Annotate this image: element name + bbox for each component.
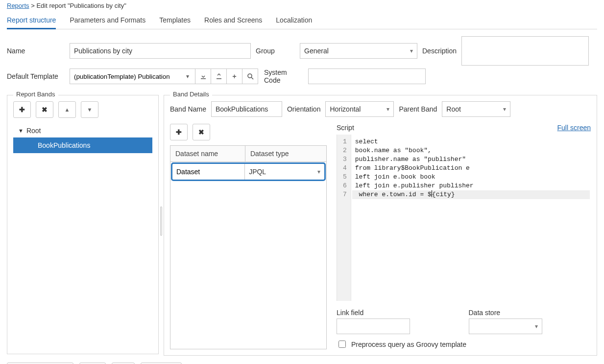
upload-icon (216, 73, 222, 80)
tab-report-structure[interactable]: Report structure (7, 12, 56, 29)
dataset-type-value: JPQL (249, 168, 266, 176)
splitter[interactable] (159, 86, 164, 356)
band-name-input[interactable] (211, 101, 282, 117)
chevron-down-icon: ▾ (503, 106, 506, 113)
data-store-select[interactable]: ▾ (469, 318, 542, 334)
preprocess-label: Preprocess query as Groovy template (351, 341, 466, 348)
chevron-down-icon: ▾ (317, 168, 320, 175)
template-dropdown-button[interactable]: ▾ (180, 68, 195, 84)
dataset-type-select[interactable]: JPQL ▾ (245, 164, 324, 180)
system-code-label: System Code (264, 68, 303, 84)
caret-down-icon: ▼ (18, 128, 24, 134)
plus-icon: ✚ (19, 106, 25, 114)
orientation-value: Horizontal (330, 105, 361, 113)
group-select[interactable]: General ▾ (300, 43, 417, 59)
plus-icon: ＋ (231, 72, 238, 81)
template-download-button[interactable] (195, 68, 211, 84)
bands-tree: ▼ Root BookPublications (13, 124, 152, 153)
add-band-button[interactable]: ✚ (13, 101, 31, 118)
band-root-label: Root (26, 127, 41, 135)
group-label: Group (256, 47, 295, 55)
default-template-input[interactable] (70, 68, 180, 84)
dataset-row[interactable]: JPQL ▾ (172, 164, 324, 180)
fullscreen-link[interactable]: Full screen (557, 124, 591, 132)
orientation-select[interactable]: Horizontal ▾ (325, 101, 394, 117)
parent-band-value: Root (446, 105, 461, 113)
band-bookpublications-label: BookPublications (38, 141, 90, 149)
script-label: Script (337, 124, 354, 132)
dataset-name-input[interactable] (172, 164, 244, 180)
link-field-label: Link field (337, 309, 459, 317)
tab-parameters-formats[interactable]: Parameters and Formats (70, 12, 145, 29)
plus-icon: ✚ (176, 128, 182, 136)
move-band-up-button[interactable]: ▲ (58, 101, 76, 118)
tabs: Report structure Parameters and Formats … (7, 12, 597, 29)
band-details-panel: Band Details Band Name Orientation Horiz… (164, 95, 597, 356)
name-label: Name (7, 47, 65, 55)
band-name-label: Band Name (170, 105, 206, 113)
code-content: select book.name as "book", publisher.na… (351, 135, 591, 301)
script-editor[interactable]: 1234567 select book.name as "book", publ… (337, 135, 591, 301)
group-select-value: General (304, 47, 329, 55)
report-bands-panel: Report Bands ✚ ✖ ▲ ▼ ▼ Root BookPublicat… (7, 95, 159, 354)
dataset-col-name[interactable]: Dataset name (170, 146, 245, 161)
orientation-label: Orientation (287, 105, 320, 113)
band-bookpublications[interactable]: BookPublications (13, 137, 152, 153)
template-upload-button[interactable] (211, 68, 227, 84)
breadcrumb: Reports > Edit report "Publications by c… (7, 0, 597, 11)
default-template-picker: ▾ ＋ (70, 68, 258, 84)
data-store-label: Data store (469, 309, 591, 317)
dataset-table: Dataset name Dataset type JPQL ▾ (170, 145, 327, 349)
default-template-label: Default Template (7, 72, 65, 80)
name-input[interactable] (70, 43, 251, 59)
preprocess-checkbox[interactable] (338, 341, 346, 348)
tab-templates[interactable]: Templates (159, 12, 191, 29)
close-icon: ✖ (198, 128, 204, 136)
report-bands-legend: Report Bands (13, 91, 58, 98)
splitter-handle-icon (160, 206, 162, 236)
tab-localization[interactable]: Localization (276, 12, 312, 29)
tab-roles-screens[interactable]: Roles and Screens (204, 12, 262, 29)
description-textarea[interactable] (461, 36, 589, 66)
description-label: Description (422, 47, 457, 55)
breadcrumb-reports-link[interactable]: Reports (7, 2, 29, 9)
band-root[interactable]: ▼ Root (13, 124, 152, 137)
move-band-down-button[interactable]: ▼ (81, 101, 98, 118)
caret-up-icon: ▲ (65, 107, 70, 113)
chevron-down-icon: ▾ (535, 323, 538, 330)
dataset-col-type[interactable]: Dataset type (245, 146, 326, 161)
line-gutter: 1234567 (337, 135, 351, 301)
breadcrumb-current: Edit report "Publications by city" (36, 2, 126, 9)
svg-point-0 (248, 74, 252, 78)
add-dataset-button[interactable]: ✚ (170, 124, 188, 140)
parent-band-label: Parent Band (399, 105, 437, 113)
band-details-legend: Band Details (170, 91, 212, 98)
system-code-input[interactable] (308, 68, 426, 84)
remove-dataset-button[interactable]: ✖ (193, 124, 210, 140)
link-field-input[interactable] (337, 318, 410, 334)
svg-line-1 (251, 77, 253, 79)
template-search-button[interactable] (242, 68, 258, 84)
chevron-down-icon: ▾ (410, 47, 413, 54)
chevron-down-icon: ▾ (387, 106, 389, 113)
download-icon (200, 73, 207, 80)
chevron-down-icon: ▾ (186, 73, 189, 80)
parent-band-select[interactable]: Root ▾ (442, 101, 510, 117)
close-icon: ✖ (42, 106, 48, 114)
template-add-button[interactable]: ＋ (227, 68, 242, 84)
search-icon (247, 73, 254, 80)
remove-band-button[interactable]: ✖ (36, 101, 53, 118)
caret-down-icon: ▼ (87, 107, 93, 113)
